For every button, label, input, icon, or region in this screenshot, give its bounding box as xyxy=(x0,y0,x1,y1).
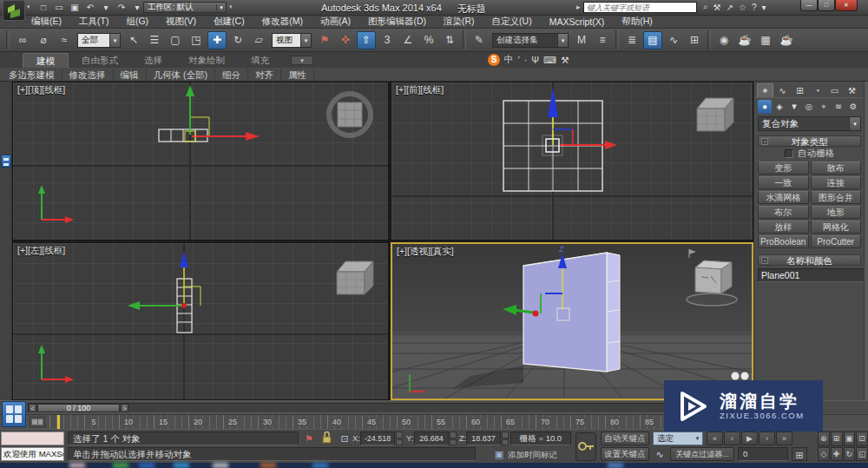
toggle-set-key-mode-button[interactable] xyxy=(575,432,596,461)
menu-item[interactable]: 渲染(R) xyxy=(435,16,483,28)
new-scene-icon[interactable]: □ xyxy=(36,1,50,14)
help-arrow-icon[interactable]: ▾ xyxy=(762,3,766,12)
collapse-icon[interactable]: - xyxy=(761,138,768,145)
zoom-extents-icon[interactable]: ▣ xyxy=(844,432,856,446)
select-object-button[interactable]: ↖ xyxy=(124,31,143,49)
trackbar-ruler[interactable]: 5101520253035404550556065707580859095100 xyxy=(49,415,757,430)
close-button[interactable]: ✕ xyxy=(835,0,858,11)
snap-toggle-3d-button[interactable]: 3 xyxy=(378,31,397,49)
selection-lock-icon[interactable] xyxy=(320,430,332,444)
ribbon-tab-自由形式[interactable]: 自由形式 xyxy=(69,53,131,68)
ime-keyboard-icon[interactable]: ⌨ xyxy=(543,55,556,65)
viewport-front-label[interactable]: [+][前][线框] xyxy=(396,84,444,96)
object-type-button-一致[interactable]: 一致 xyxy=(758,176,809,189)
chevron-down-icon[interactable]: ▾ xyxy=(109,34,120,47)
object-type-button-放样[interactable]: 放样 xyxy=(758,221,809,234)
ribbon-group-几何体 (全部)[interactable]: 几何体 (全部) xyxy=(147,69,215,81)
set-key-button[interactable]: 设置关键点 xyxy=(601,447,649,461)
menu-item[interactable]: 图形编辑器(D) xyxy=(359,16,435,28)
align-button[interactable]: ≡ xyxy=(593,31,612,49)
ribbon-group-编辑[interactable]: 编辑 xyxy=(114,69,147,81)
play-button[interactable]: ▶ xyxy=(741,432,758,445)
object-type-button-水滴网格[interactable]: 水滴网格 xyxy=(758,191,809,204)
app-menu-button[interactable] xyxy=(3,0,25,21)
ribbon-tab-建模[interactable]: 建模 xyxy=(23,53,69,68)
ribbon-group-对齐[interactable]: 对齐 xyxy=(248,69,281,81)
workspace-dropdown[interactable]: 工作区: 默认 ▾ xyxy=(143,2,227,13)
wrench-icon[interactable]: ⚒ xyxy=(713,3,721,12)
workspace-extra-arrow-icon[interactable]: ▾ xyxy=(229,3,233,10)
menu-item[interactable]: 组(G) xyxy=(117,16,157,28)
ribbon-group-修改选择[interactable]: 修改选择 xyxy=(62,69,114,81)
selected-filter-dropdown[interactable]: 选定 ▾ xyxy=(653,432,703,445)
command-panel-scrollbar[interactable] xyxy=(864,82,868,400)
motion-tab[interactable]: ◔ xyxy=(809,83,825,97)
chevron-down-icon[interactable]: ▾ xyxy=(300,34,311,47)
go-to-end-button[interactable]: » xyxy=(776,432,792,445)
window-crossing-toggle[interactable]: ◳ xyxy=(187,31,206,49)
spinner-snap-toggle[interactable]: ⇅ xyxy=(440,31,459,49)
menu-item[interactable]: 工具(T) xyxy=(70,16,117,28)
object-type-button-网格化[interactable]: 网格化 xyxy=(811,221,862,234)
object-category-dropdown[interactable]: 复合对象 ▾ xyxy=(758,116,861,131)
viewport-perspective[interactable]: [+][透视][真实] xyxy=(391,242,753,400)
previous-frame-button[interactable]: ‹ xyxy=(724,432,740,445)
helpers-subtab[interactable]: ⌖ xyxy=(817,100,831,114)
help-icon[interactable]: ? xyxy=(752,3,757,12)
ribbon-tab-填充[interactable]: 填充 xyxy=(238,53,282,68)
object-type-button-ProBoolean[interactable]: ProBoolean xyxy=(758,235,809,248)
menu-item[interactable]: 动画(A) xyxy=(312,16,359,28)
search-icon[interactable]: ⌕ xyxy=(703,2,708,12)
y-coord-field[interactable]: 26.684 xyxy=(414,432,449,445)
unlink-selection-button[interactable]: ⌀ xyxy=(34,31,53,49)
viewport-front[interactable]: [+][前][线框] xyxy=(391,82,753,241)
space-warps-subtab[interactable]: ≋ xyxy=(832,100,845,114)
display-tab[interactable]: ▭ xyxy=(826,83,843,97)
menu-item[interactable]: 帮助(H) xyxy=(613,16,661,28)
bind-to-space-warp-button[interactable]: ≈ xyxy=(55,31,74,49)
object-name-field[interactable] xyxy=(758,268,868,282)
menu-item[interactable]: 自定义(U) xyxy=(483,16,541,28)
create-tab[interactable]: ✶ xyxy=(757,83,773,97)
viewport-top[interactable]: [+][顶][线框] xyxy=(12,82,389,241)
favorites-icon[interactable]: ☆ xyxy=(739,3,746,12)
menu-item[interactable]: MAXScript(X) xyxy=(541,16,614,27)
maximize-viewport-icon[interactable]: ◱ xyxy=(856,447,868,462)
viewcube-home-icon[interactable] xyxy=(689,249,696,258)
ime-mic-icon[interactable]: Ψ xyxy=(531,55,539,65)
ribbon-tab-选择[interactable]: 选择 xyxy=(131,53,175,68)
zoom-icon[interactable]: ⊕ xyxy=(818,432,830,446)
menu-item[interactable]: 修改器(M) xyxy=(253,16,312,28)
maxscript-mini-listener[interactable] xyxy=(1,432,64,445)
object-type-rollout-header[interactable]: - 对象类型 xyxy=(758,135,861,147)
current-frame-marker[interactable] xyxy=(57,415,60,430)
redo-icon[interactable]: ↷ xyxy=(115,1,128,14)
viewcube-front[interactable] xyxy=(697,98,733,131)
object-type-button-ProCutter[interactable]: ProCutter xyxy=(811,235,862,248)
viewcube-top[interactable] xyxy=(329,94,371,135)
viewport-left[interactable]: [+][左][线框] xyxy=(12,242,389,400)
keyboard-shortcut-override-toggle[interactable]: ⇧ xyxy=(357,31,376,49)
render-production-button[interactable]: ☕ xyxy=(777,31,796,49)
undo-arrow-icon[interactable]: ▾ xyxy=(99,1,113,14)
auto-key-button[interactable]: 自动关键点 xyxy=(601,432,649,445)
mirror-button[interactable]: M xyxy=(572,31,591,49)
select-and-move-button[interactable]: ✚ xyxy=(207,31,227,49)
menu-item[interactable]: 创建(C) xyxy=(205,16,253,28)
time-configuration-button[interactable]: ⊞ xyxy=(792,447,807,461)
absolute-offset-toggle-icon[interactable]: ⊡ xyxy=(338,432,352,445)
render-setup-button[interactable]: ☕ xyxy=(735,31,754,49)
z-spinner[interactable] xyxy=(502,432,509,445)
object-type-button-地形[interactable]: 地形 xyxy=(811,206,862,219)
object-type-button-图形合并[interactable]: 图形合并 xyxy=(811,191,862,204)
zoom-all-icon[interactable]: ⊞ xyxy=(831,432,843,446)
key-filters-button[interactable]: 关键点过滤器... xyxy=(670,447,734,461)
move-gizmo-top[interactable] xyxy=(185,85,260,142)
select-by-name-button[interactable]: ☰ xyxy=(145,31,164,49)
open-file-icon[interactable]: ▭ xyxy=(52,1,66,14)
next-frame-step-button[interactable]: > xyxy=(121,404,128,412)
ime-punctuation-icon[interactable]: ’ xyxy=(518,55,520,65)
field-of-view-icon[interactable]: ◇ xyxy=(818,447,830,462)
select-and-scale-button[interactable]: ▱ xyxy=(249,31,268,49)
select-and-rotate-button[interactable]: ↻ xyxy=(228,31,247,49)
